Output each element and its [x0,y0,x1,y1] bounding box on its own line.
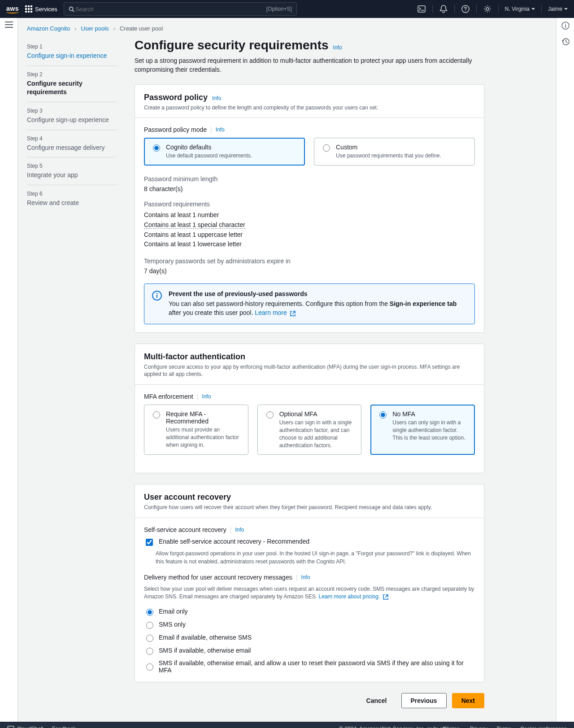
feedback-link[interactable]: Feedback [52,726,76,728]
step-2: Step 2 Configure security requirements [27,66,117,102]
dm-info-link[interactable]: Info [301,574,310,580]
svg-rect-11 [565,25,566,28]
step-5: Step 5 Integrate your app [27,157,117,185]
svg-point-7 [157,293,158,294]
cloudshell-icon [7,726,14,728]
hamburger-icon[interactable] [5,22,13,28]
main-content: Configure security requirements Info Set… [135,38,484,708]
svg-line-1 [73,10,74,11]
cookie-link[interactable]: Cookie preferences [520,726,567,728]
caret-down-icon [564,8,568,10]
temp-pw-label: Temporary passwords set by administrator… [144,257,475,265]
radio-no-mfa[interactable] [379,411,387,418]
dm-description: Select how your user pool will deliver m… [144,585,475,601]
step-1[interactable]: Step 1 Configure sign-in experience [27,38,117,66]
radio-sms-only[interactable]: SMS only [144,620,475,629]
learn-more-link[interactable]: Learn more [255,309,295,316]
tile-require-mfa[interactable]: Require MFA - Recommended Users must pro… [144,405,248,455]
req-item: Contains at least 1 number [144,210,475,220]
step-6: Step 6 Review and create [27,185,117,213]
panel-title: Password policy [144,93,208,102]
step-3: Step 3 Configure sign-up experience [27,102,117,130]
user-menu[interactable]: Jaime [548,6,568,12]
checkbox-enable-ss[interactable] [146,539,153,546]
bottom-bar: CloudShell Feedback © 2024, Amazon Web S… [0,722,574,728]
copyright: © 2024, Amazon Web Services, Inc. or its… [339,726,461,728]
grid-icon [25,5,32,13]
mfa-panel: Multi-factor authentication Configure se… [135,344,484,474]
checkbox-label[interactable]: Enable self-service account recovery - R… [159,538,309,545]
temp-pw-value: 7 day(s) [144,267,475,275]
svg-rect-8 [157,295,157,298]
search-shortcut: [Option+S] [266,6,292,12]
cloudshell-link[interactable]: CloudShell [7,726,43,728]
chevron-right-icon: › [74,25,76,32]
crumb-current: Create user pool [120,25,163,32]
aws-logo[interactable]: aws [6,5,19,13]
cloudshell-icon[interactable] [417,4,426,13]
radio-sms-then-email[interactable]: SMS if available, otherwise email [144,646,475,655]
privacy-link[interactable]: Privacy [470,726,487,728]
tile-optional-mfa[interactable]: Optional MFA Users can sign in with a si… [257,405,362,455]
radio-optional-mfa[interactable] [266,411,274,418]
wizard-buttons: Cancel Previous Next [135,693,484,708]
delivery-method-list: Email only SMS only Email if available, … [144,607,475,674]
tile-cognito-defaults[interactable]: Cognito defaults Use default password re… [144,138,305,166]
radio-defaults[interactable] [153,144,160,152]
page-info-link[interactable]: Info [333,44,342,51]
mfa-enf-heading: MFA enforcement| Info [144,393,475,400]
tile-no-mfa[interactable]: No MFA Users can only sign in with a sin… [370,405,475,455]
tile-custom[interactable]: Custom Use password requirements that yo… [314,138,475,166]
search-bar[interactable]: [Option+S] [64,2,297,16]
previous-button[interactable]: Previous [401,693,447,708]
svg-point-10 [565,24,566,25]
external-link-icon [383,594,388,600]
radio-email-only[interactable]: Email only [144,607,475,616]
panel-subtitle: Create a password policy to define the l… [144,104,475,112]
alert-title: Prevent the use of previously-used passw… [169,290,467,297]
services-label: Services [35,6,57,13]
recovery-panel: User account recovery Configure how user… [135,484,484,682]
bell-icon[interactable] [439,4,448,13]
svg-point-4 [465,10,466,11]
dm-heading: Delivery method for user account recover… [144,574,475,581]
right-rail [556,18,574,722]
external-link-icon [290,311,296,316]
crumb-cognito[interactable]: Amazon Cognito [27,25,70,32]
ss-heading: Self-service account recovery| Info [144,526,475,533]
radio-require-mfa[interactable] [153,411,160,418]
req-item: Contains at least 1 uppercase letter [144,230,475,240]
pp-mode-info[interactable]: Info [216,126,225,133]
cancel-button[interactable]: Cancel [357,693,396,708]
crumb-user-pools[interactable]: User pools [81,25,109,32]
history-icon[interactable] [561,38,570,46]
pp-info-link[interactable]: Info [212,95,221,101]
next-button[interactable]: Next [452,693,484,708]
info-icon [152,290,162,301]
pricing-link[interactable]: Learn more about pricing. [319,593,388,600]
alert-body: You can also set password-history requir… [169,299,467,318]
gear-icon[interactable] [483,4,492,13]
terms-link[interactable]: Terms [496,726,511,728]
region-selector[interactable]: N. Virginia [505,6,535,12]
help-icon[interactable] [461,4,470,13]
left-rail [0,18,18,722]
pp-mode-heading: Password policy mode| Info [144,126,475,133]
ss-info-link[interactable]: Info [235,527,244,533]
min-length-label: Password minimum length [144,175,475,183]
caret-down-icon [531,8,535,10]
services-menu[interactable]: Services [25,5,57,13]
panel-subtitle: Configure secure access to your app by e… [144,363,475,379]
search-input[interactable] [74,5,266,13]
radio-custom[interactable] [323,144,330,152]
info-panel-icon[interactable] [561,22,570,30]
mfa-info-link[interactable]: Info [202,393,211,400]
req-item: Contains at least 1 lowercase letter [144,240,475,249]
svg-rect-2 [418,6,425,12]
svg-point-5 [486,8,489,10]
requirements-list: Contains at least 1 number Contains at l… [144,210,475,249]
radio-email-then-sms[interactable]: Email if available, otherwise SMS [144,633,475,642]
radio-sms-email-mfa[interactable]: SMS if available, otherwise email, and a… [144,659,475,674]
page-description: Set up a strong password requirement in … [135,56,484,74]
panel-subtitle: Configure how users will recover their a… [144,504,475,511]
